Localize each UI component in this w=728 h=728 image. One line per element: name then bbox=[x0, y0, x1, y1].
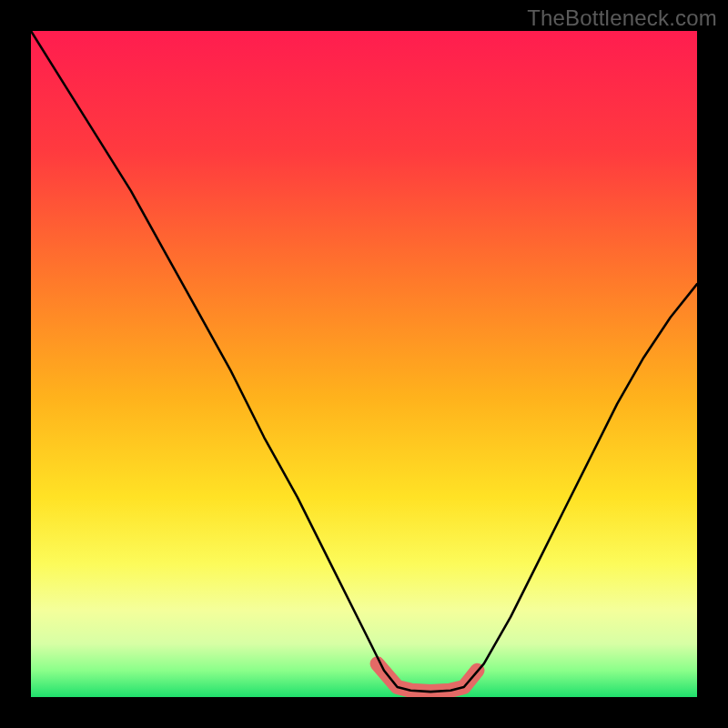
chart-frame: TheBottleneck.com bbox=[0, 0, 728, 728]
bottleneck-curve bbox=[31, 31, 697, 692]
watermark-text: TheBottleneck.com bbox=[527, 5, 717, 31]
curve-layer bbox=[31, 31, 697, 697]
plot-area bbox=[31, 31, 697, 697]
